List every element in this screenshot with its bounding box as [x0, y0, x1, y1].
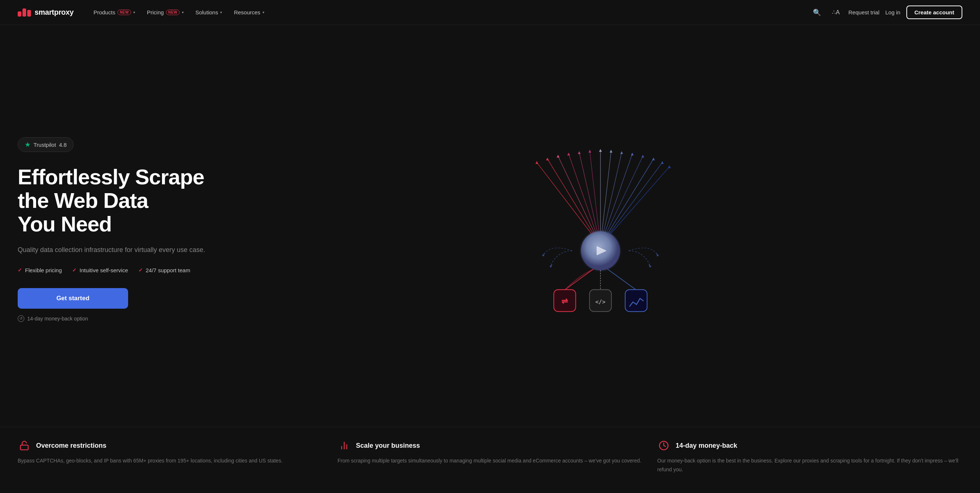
hero-features: ✓ Flexible pricing ✓ Intuitive self-serv… — [18, 267, 224, 273]
proxy-diagram: ⇌ </> — [512, 141, 689, 318]
check-icon-3: ✓ — [138, 267, 143, 273]
check-icon-2: ✓ — [72, 267, 76, 273]
search-icon: 🔍 — [813, 8, 821, 17]
hero-title-line1: Effortlessly Scrape the Web Data — [18, 165, 204, 212]
create-account-button[interactable]: Create account — [906, 6, 963, 19]
feature-card-moneyback-header: 14-day money-back — [657, 439, 963, 452]
svg-marker-19 — [588, 150, 591, 153]
feature-support: ✓ 24/7 support team — [138, 267, 190, 273]
pricing-badge: NEW — [166, 10, 180, 15]
nav-links: Products NEW ▾ Pricing NEW ▾ Solutions ▾… — [88, 6, 810, 18]
feature-moneyback-desc: Our money-back option is the best in the… — [657, 457, 963, 474]
feature-scale-desc: From scraping multiple targets simultane… — [337, 457, 643, 465]
svg-text:</>: </> — [595, 299, 606, 305]
trustpilot-score: 4.8 — [59, 142, 67, 148]
solutions-label: Solutions — [196, 9, 218, 16]
hero-section: ★ Trustpilot 4.8 Effortlessly Scrape the… — [0, 25, 980, 427]
pricing-label: Pricing — [147, 9, 164, 16]
money-back-icon: ↺ — [18, 315, 24, 322]
svg-line-2 — [558, 156, 600, 246]
feature-card-restrictions-header: Overcome restrictions — [18, 439, 323, 452]
check-icon-1: ✓ — [18, 267, 22, 273]
trustpilot-star-icon: ★ — [25, 141, 30, 149]
svg-marker-18 — [578, 151, 581, 154]
logo-text: smartproxy — [35, 8, 74, 17]
products-chevron-icon: ▾ — [133, 10, 135, 14]
svg-marker-21 — [610, 150, 612, 153]
svg-line-10 — [600, 156, 643, 246]
svg-marker-23 — [631, 153, 634, 155]
svg-line-9 — [600, 154, 632, 246]
feature-label-3: 24/7 support team — [146, 267, 190, 273]
search-button[interactable]: 🔍 — [810, 6, 824, 19]
logo-icon — [18, 8, 31, 17]
lock-icon — [18, 439, 31, 452]
solutions-chevron-icon: ▾ — [220, 10, 222, 14]
svg-marker-25 — [652, 157, 655, 160]
feature-card-scale: Scale your business From scraping multip… — [337, 439, 643, 474]
logo-link[interactable]: smartproxy — [18, 8, 74, 17]
nav-item-products[interactable]: Products NEW ▾ — [88, 6, 140, 18]
nav-item-pricing[interactable]: Pricing NEW ▾ — [142, 6, 189, 18]
svg-marker-34 — [542, 253, 545, 257]
nav-actions: 🔍 ∴A Request trial Log in Create account — [810, 6, 963, 19]
feature-restrictions-title: Overcome restrictions — [36, 442, 107, 450]
clock-icon — [657, 439, 670, 452]
hero-title-line2: You Need — [18, 212, 111, 236]
money-back-note: ↺ 14-day money-back option — [18, 315, 224, 322]
login-button[interactable]: Log in — [885, 9, 900, 16]
resources-label: Resources — [234, 9, 260, 16]
hero-title: Effortlessly Scrape the Web Data You Nee… — [18, 165, 224, 235]
trustpilot-label: Trustpilot — [33, 142, 56, 148]
svg-marker-14 — [535, 161, 538, 164]
pricing-chevron-icon: ▾ — [182, 10, 184, 14]
svg-text:⇌: ⇌ — [562, 297, 568, 305]
feature-moneyback-title: 14-day money-back — [676, 442, 737, 450]
hero-content: ★ Trustpilot 4.8 Effortlessly Scrape the… — [18, 137, 239, 322]
feature-card-restrictions: Overcome restrictions Bypass CAPTCHAs, g… — [18, 439, 323, 474]
feature-card-scale-header: Scale your business — [337, 439, 643, 452]
nav-item-solutions[interactable]: Solutions ▾ — [190, 6, 228, 18]
svg-line-3 — [569, 154, 600, 246]
hero-subtitle: Quality data collection infrastructure f… — [18, 245, 224, 255]
svg-line-11 — [600, 159, 654, 246]
svg-marker-22 — [620, 151, 623, 154]
products-badge: NEW — [118, 10, 131, 15]
svg-line-1 — [547, 159, 600, 246]
svg-marker-36 — [656, 253, 659, 257]
get-started-button[interactable]: Get started — [18, 288, 128, 309]
svg-marker-24 — [641, 155, 644, 157]
translate-icon: ∴A — [832, 9, 840, 16]
feature-scale-title: Scale your business — [356, 442, 420, 450]
translate-button[interactable]: ∴A — [829, 6, 843, 19]
feature-label-1: Flexible pricing — [25, 267, 62, 273]
chart-icon — [337, 439, 351, 452]
svg-marker-16 — [557, 155, 560, 157]
feature-restrictions-desc: Bypass CAPTCHAs, geo-blocks, and IP bans… — [18, 457, 323, 465]
svg-marker-17 — [567, 153, 570, 155]
hero-visual: ⇌ </> — [239, 138, 963, 322]
trustpilot-badge: ★ Trustpilot 4.8 — [18, 137, 74, 152]
svg-marker-26 — [661, 161, 664, 164]
svg-line-30 — [565, 269, 593, 290]
svg-marker-27 — [668, 165, 671, 168]
svg-line-32 — [608, 269, 636, 290]
svg-line-13 — [600, 166, 669, 246]
feature-card-moneyback: 14-day money-back Our money-back option … — [657, 439, 963, 474]
svg-rect-42 — [21, 445, 29, 450]
resources-chevron-icon: ▾ — [262, 10, 264, 14]
svg-marker-15 — [546, 157, 549, 160]
features-bar: Overcome restrictions Bypass CAPTCHAs, g… — [0, 427, 980, 486]
request-trial-button[interactable]: Request trial — [849, 9, 880, 16]
nav-item-resources[interactable]: Resources ▾ — [229, 6, 269, 18]
navbar: smartproxy Products NEW ▾ Pricing NEW ▾ … — [0, 0, 980, 25]
feature-flexible-pricing: ✓ Flexible pricing — [18, 267, 62, 273]
feature-self-service: ✓ Intuitive self-service — [72, 267, 128, 273]
feature-label-2: Intuitive self-service — [80, 267, 128, 273]
svg-marker-20 — [599, 149, 602, 152]
diagram-svg: ⇌ </> — [512, 141, 689, 318]
money-back-text: 14-day money-back option — [27, 315, 88, 322]
products-label: Products — [94, 9, 115, 16]
